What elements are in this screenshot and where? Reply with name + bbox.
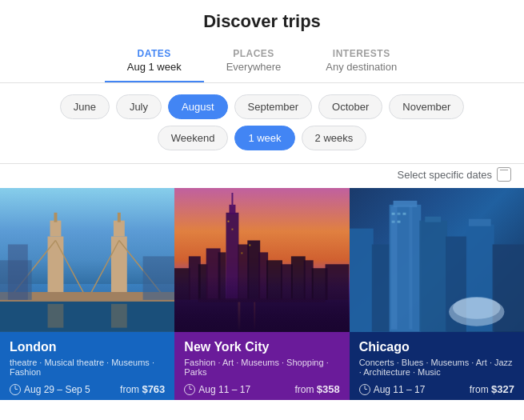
card-london[interactable]: London theatre · Musical theatre · Museu… — [0, 188, 174, 400]
svg-rect-55 — [391, 213, 394, 215]
svg-rect-15 — [8, 245, 28, 300]
svg-rect-1 — [48, 237, 64, 300]
svg-rect-31 — [259, 253, 269, 301]
chicago-tags: Concerts · Blues · Museums · Art · Jazz … — [359, 358, 514, 377]
filters-panel: June July August September October Novem… — [0, 83, 524, 164]
svg-rect-59 — [397, 221, 400, 223]
london-date-range: Aug 29 – Sep 5 — [24, 384, 90, 395]
nyc-price: from $358 — [294, 383, 339, 395]
svg-rect-26 — [226, 213, 239, 300]
svg-rect-0 — [0, 300, 174, 332]
london-footer: Aug 29 – Sep 5 from $763 — [10, 383, 165, 395]
nyc-date-range: Aug 11 – 17 — [198, 384, 250, 395]
nyc-skyline-svg — [174, 189, 349, 332]
svg-rect-42 — [242, 253, 243, 254]
svg-rect-39 — [228, 221, 230, 222]
nyc-info: New York City Fashion · Art · Museums · … — [174, 332, 349, 400]
svg-rect-33 — [281, 265, 293, 301]
svg-rect-56 — [397, 213, 400, 215]
nyc-image — [174, 188, 349, 332]
london-skyline-svg — [0, 189, 174, 332]
duration-weekend[interactable]: Weekend — [158, 126, 229, 150]
month-november[interactable]: November — [389, 94, 464, 119]
chicago-price-amount: $327 — [491, 383, 514, 395]
header: Discover trips DATES Aug 1 week PLACES E… — [0, 0, 524, 83]
tab-places-label: PLACES — [233, 48, 274, 59]
chicago-from-label: from — [470, 384, 489, 395]
svg-rect-58 — [391, 221, 394, 223]
svg-rect-11 — [114, 221, 125, 237]
svg-rect-47 — [390, 206, 397, 330]
svg-rect-35 — [304, 261, 314, 301]
tab-dates-label: DATES — [138, 48, 171, 59]
card-chicago[interactable]: Chicago Concerts · Blues · Museums · Art… — [350, 188, 524, 400]
select-dates-row[interactable]: Select specific dates — [0, 164, 524, 188]
svg-rect-38 — [198, 298, 326, 302]
tabs-bar: DATES Aug 1 week PLACES Everywhere INTER… — [0, 40, 524, 83]
chicago-footer: Aug 11 – 17 from $327 — [359, 383, 514, 395]
chicago-image — [350, 188, 524, 332]
nyc-city: New York City — [184, 340, 339, 354]
svg-rect-40 — [232, 229, 234, 230]
duration-2weeks[interactable]: 2 weeks — [302, 126, 367, 150]
svg-rect-29 — [238, 245, 250, 300]
london-image — [0, 188, 174, 332]
month-september[interactable]: September — [234, 94, 313, 119]
london-tags: theatre · Musical theatre · Museums · Fa… — [10, 358, 165, 377]
svg-rect-17 — [111, 304, 127, 328]
svg-rect-50 — [425, 217, 441, 222]
month-july[interactable]: July — [116, 94, 162, 119]
chicago-date-range: Aug 11 – 17 — [374, 384, 426, 395]
month-filter-row: June July August September October Novem… — [13, 94, 511, 119]
clock-icon-nyc — [184, 384, 195, 395]
svg-point-61 — [453, 297, 501, 319]
svg-rect-9 — [50, 221, 62, 237]
chicago-city: Chicago — [359, 340, 514, 354]
svg-rect-22 — [189, 257, 201, 301]
svg-rect-53 — [469, 219, 491, 226]
chicago-info: Chicago Concerts · Blues · Museums · Art… — [350, 332, 524, 400]
tab-interests-label: INTERESTS — [333, 48, 390, 59]
london-price: from $763 — [120, 383, 165, 395]
svg-rect-44 — [371, 245, 391, 332]
duration-1week[interactable]: 1 week — [234, 126, 294, 150]
clock-icon-chicago — [359, 384, 370, 395]
svg-rect-21 — [174, 269, 190, 301]
select-dates-label: Select specific dates — [397, 169, 492, 181]
svg-rect-48 — [409, 206, 412, 330]
svg-rect-41 — [250, 245, 251, 246]
month-october[interactable]: October — [318, 94, 382, 119]
tab-dates-subtitle: Aug 1 week — [127, 61, 182, 73]
month-june[interactable]: June — [60, 94, 110, 119]
month-august[interactable]: August — [168, 94, 227, 119]
svg-rect-37 — [326, 265, 350, 301]
svg-rect-49 — [419, 221, 447, 332]
svg-rect-34 — [291, 257, 306, 301]
clock-icon-london — [10, 384, 21, 395]
tab-places[interactable]: PLACES Everywhere — [204, 40, 304, 82]
tab-interests[interactable]: INTERESTS Any destination — [303, 40, 419, 82]
tab-interests-subtitle: Any destination — [326, 61, 397, 73]
card-nyc[interactable]: New York City Fashion · Art · Museums · … — [174, 188, 349, 400]
tab-places-subtitle: Everywhere — [226, 61, 282, 73]
svg-rect-12 — [118, 213, 121, 222]
svg-rect-20 — [254, 302, 256, 330]
svg-rect-18 — [174, 300, 349, 332]
london-from-label: from — [120, 384, 139, 395]
nyc-dates: Aug 11 – 17 — [184, 384, 250, 395]
chicago-skyline-svg — [350, 189, 524, 332]
nyc-price-amount: $358 — [317, 383, 340, 395]
tab-dates[interactable]: DATES Aug 1 week — [105, 40, 204, 82]
svg-rect-10 — [54, 213, 57, 222]
svg-rect-46 — [393, 201, 417, 207]
calendar-icon[interactable] — [497, 167, 511, 182]
duration-filter-row: Weekend 1 week 2 weeks — [13, 126, 511, 150]
london-price-amount: $763 — [142, 383, 165, 395]
svg-rect-19 — [238, 302, 241, 330]
svg-rect-2 — [111, 237, 127, 300]
nyc-from-label: from — [294, 384, 314, 395]
nyc-tags: Fashion · Art · Museums · Shopping · Par… — [184, 358, 339, 377]
svg-rect-16 — [48, 304, 64, 328]
nyc-footer: Aug 11 – 17 from $358 — [184, 383, 339, 395]
svg-rect-43 — [350, 229, 374, 332]
